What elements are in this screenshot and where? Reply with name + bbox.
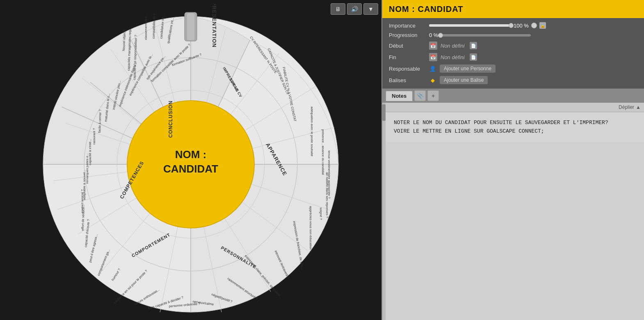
tab-notes[interactable]: Notes — [386, 91, 413, 101]
responsable-row: Responsable 👤 Ajouter une Personne — [389, 64, 637, 73]
mindmap-wheel[interactable]: NOM : CANDIDAT PRESENTATION CONCLUSION C… — [16, 4, 365, 316]
svg-text:air naturel dans ses réponses : air naturel dans ses réponses ? — [325, 172, 329, 218]
add-tag-button[interactable]: Ajouter une Balise — [440, 76, 488, 84]
svg-text:NOM :: NOM : — [175, 148, 207, 161]
person-icon: 👤 — [429, 65, 436, 72]
progression-control: 0 % — [429, 32, 637, 38]
svg-text:classement du c...: classement du c... — [144, 13, 148, 39]
svg-text:CANDIDAT: CANDIDAT — [163, 163, 218, 175]
progression-track[interactable] — [441, 34, 531, 37]
fin-value: Non défini — [441, 54, 465, 60]
svg-text:capacité à s'inté...: capacité à s'inté... — [88, 139, 92, 165]
progression-value: 0 % — [429, 32, 438, 38]
chevron-up-icon: ▲ — [636, 104, 641, 110]
toolbar-btn-screen[interactable]: 🖥 — [331, 3, 345, 15]
svg-rect-33 — [187, 13, 194, 40]
svg-text:PRESENTATION: PRESENTATION — [211, 4, 217, 48]
properties-section: Importance 100 % 🔒 Progression 0 % — [382, 18, 644, 88]
tabs-bar: Notes 📎 + — [382, 88, 644, 103]
svg-text:adéquation avec le poste souha: adéquation avec le poste souhaité — [310, 106, 314, 157]
node-title: NOM : CANDIDAT — [382, 0, 644, 18]
fin-label: Fin — [389, 54, 426, 60]
balises-row: Balises ◆ Ajouter une Balise — [389, 76, 637, 84]
debut-doc-icon[interactable]: 📄 — [470, 42, 477, 49]
wheel-container: NOM : CANDIDAT PRESENTATION CONCLUSION C… — [31, 4, 351, 316]
responsable-label: Responsable — [389, 66, 426, 72]
fin-doc-icon[interactable]: 📄 — [470, 53, 477, 61]
importance-control: 100 % 🔒 — [429, 22, 546, 29]
progression-label: Progression — [389, 32, 426, 38]
svg-text:appréciez-vous son éducation ?: appréciez-vous son éducation ? — [309, 206, 313, 253]
fin-calendar-icon[interactable]: 📅 — [429, 53, 437, 61]
notes-text: NOTER LE NOM DU CANDIDAT POUR ENSUITE LE… — [394, 120, 608, 134]
importance-circle — [531, 23, 537, 28]
notes-area: Déplier ▲ NOTER LE NOM DU CANDIDAT POUR … — [382, 103, 644, 320]
fin-row: Fin 📅 Non défini 📄 — [389, 53, 637, 61]
svg-text:soigné ?: soigné ? — [319, 207, 323, 220]
progression-row: Progression 0 % — [389, 32, 637, 38]
tab-add[interactable]: + — [427, 90, 439, 101]
svg-text:rassurant ?: rassurant ? — [92, 128, 96, 145]
importance-row: Importance 100 % 🔒 — [389, 22, 637, 29]
toolbar-btn-sound[interactable]: 🔊 — [347, 3, 362, 15]
add-person-button[interactable]: Ajouter une Personne — [440, 64, 496, 73]
debut-label: Début — [389, 43, 426, 49]
importance-knob[interactable] — [509, 23, 514, 28]
importance-fill — [429, 24, 511, 27]
title-text: NOM : CANDIDAT — [389, 5, 463, 14]
importance-track[interactable] — [429, 24, 511, 27]
left-panel: 🖥 🔊 ▼ — [0, 0, 381, 320]
debut-calendar-icon[interactable]: 📅 — [429, 41, 437, 50]
svg-text:présence , aisance du candidat: présence , aisance du candidat — [321, 129, 325, 175]
notes-content[interactable]: NOTER LE NOM DU CANDIDAT POUR ENSUITE LE… — [386, 112, 644, 143]
notes-toolbar: Déplier ▲ — [386, 103, 644, 112]
svg-text:CONCLUSION: CONCLUSION — [168, 100, 174, 138]
deploy-button[interactable]: Déplier ▲ — [619, 104, 641, 110]
right-panel: NOM : CANDIDAT Importance 100 % 🔒 Progre… — [381, 0, 644, 320]
tag-icon: ◆ — [429, 76, 436, 84]
scrollbar-thumb — [382, 104, 386, 121]
debut-value: Non défini — [441, 43, 465, 49]
progression-knob[interactable] — [438, 33, 443, 38]
tab-attachments[interactable]: 📎 — [414, 90, 426, 101]
lock-icon[interactable]: 🔒 — [539, 22, 546, 29]
debut-row: Début 📅 Non défini 📄 — [389, 41, 637, 50]
balises-label: Balises — [389, 77, 426, 83]
notes-scrollbar[interactable] — [382, 103, 386, 320]
importance-label: Importance — [389, 23, 426, 29]
svg-text:Nouvel objectif: Nouvel objectif — [122, 29, 126, 51]
importance-value: 100 % — [514, 23, 529, 29]
toolbar: 🖥 🔊 ▼ — [331, 3, 378, 15]
toolbar-btn-dropdown[interactable]: ▼ — [363, 3, 378, 15]
deploy-label: Déplier — [619, 104, 634, 110]
